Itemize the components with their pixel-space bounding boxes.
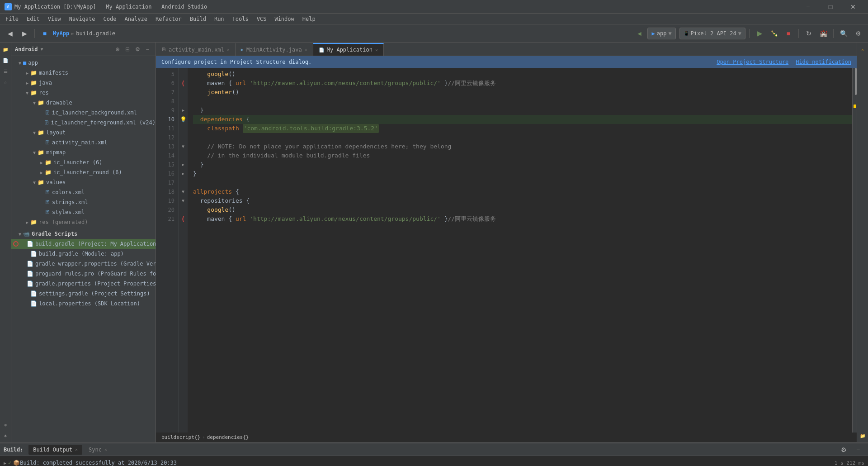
- tree-local-properties[interactable]: ▶ 📄 local.properties (SDK Location): [11, 299, 156, 309]
- tab-mainactivity[interactable]: ▶ MainActivity.java ✕: [236, 43, 313, 56]
- breadcrumb-item-2[interactable]: dependencies{}: [207, 434, 249, 440]
- open-project-structure-link[interactable]: Open Project Structure: [717, 59, 788, 65]
- run-config-dropdown[interactable]: ▶ app ▼: [647, 28, 675, 39]
- file-tree-header-left: Android ▼: [15, 46, 43, 52]
- breadcrumb-item-1[interactable]: buildscript{}: [161, 434, 200, 440]
- menu-code[interactable]: Code: [100, 15, 120, 23]
- menu-view[interactable]: View: [44, 15, 65, 23]
- tab-sync-label: Sync: [89, 447, 102, 453]
- tree-collapse-btn[interactable]: ⊟: [123, 45, 132, 54]
- line-10: 10: [156, 115, 175, 124]
- project-name[interactable]: MyApp: [53, 30, 69, 37]
- right-scrollbar[interactable]: [852, 68, 857, 433]
- tree-styles[interactable]: ▶ 🖹 styles.xml: [11, 207, 156, 217]
- tree-activity-main[interactable]: ▶ 🖹 activity_main.xml: [11, 138, 156, 147]
- maximize-button[interactable]: □: [820, 0, 841, 14]
- tree-ic-launcher-bg[interactable]: ▶ 🖹 ic_launcher_background.xml: [11, 108, 156, 118]
- title-bar: A My Application [D:\MyApp] - My Applica…: [0, 0, 868, 14]
- tab-sync[interactable]: Sync ✕: [84, 445, 112, 455]
- code-content[interactable]: google() maven { url 'http://maven.aliyu…: [188, 68, 852, 433]
- tree-build-gradle-module[interactable]: ▶ 📄 build.gradle (Module: app): [11, 249, 156, 259]
- notifications-icon[interactable]: ⚠: [858, 44, 868, 54]
- tree-drawable[interactable]: ▼ 📁 drawable: [11, 98, 156, 108]
- menu-build[interactable]: Build: [186, 15, 210, 23]
- search-everywhere[interactable]: 🔍: [837, 27, 850, 40]
- nav-back-btn[interactable]: ◄: [633, 27, 646, 40]
- tree-proguard[interactable]: ▶ 📄 proguard-rules.pro (ProGuard Rules f…: [11, 269, 156, 279]
- tree-build-gradle-project[interactable]: ▶ 📄 build.gradle (Project: My Applicatio…: [11, 239, 156, 249]
- tree-colors[interactable]: ▶ 🖹 colors.xml: [11, 187, 156, 197]
- editor-content[interactable]: 5 6 7 8 9 10 11 12 13 14 15 16 17 18 19 …: [156, 68, 857, 433]
- menu-navigate[interactable]: Navigate: [66, 15, 99, 23]
- menu-file[interactable]: File: [2, 15, 22, 23]
- forward-button[interactable]: ▶: [18, 27, 31, 40]
- stop-button[interactable]: ■: [782, 27, 795, 40]
- debug-button[interactable]: 🍾: [768, 27, 780, 40]
- tab-mainactivity-close[interactable]: ✕: [305, 47, 307, 52]
- tree-sync-btn[interactable]: ⊕: [113, 45, 122, 54]
- tree-manifests[interactable]: ▶ 📁 manifests: [11, 68, 156, 78]
- favorites-icon[interactable]: ☆: [0, 77, 10, 87]
- close-button[interactable]: ✕: [843, 0, 863, 14]
- tree-gradle-scripts-section[interactable]: ▼ 📹 Gradle Scripts: [11, 229, 156, 239]
- menu-edit[interactable]: Edit: [23, 15, 43, 23]
- menu-tools[interactable]: Tools: [229, 15, 252, 23]
- tree-res[interactable]: ▼ 📁 res: [11, 88, 156, 98]
- device-dropdown[interactable]: 📱 Pixel 2 API 24 ▼: [679, 28, 745, 39]
- tree-gradle-properties[interactable]: ▶ 📄 gradle.properties (Project Propertie…: [11, 279, 156, 289]
- gutter-6: (: [179, 79, 188, 88]
- hide-notification-link[interactable]: Hide notification: [796, 59, 851, 65]
- tree-java[interactable]: ▶ 📁 java: [11, 78, 156, 88]
- minimize-button[interactable]: −: [797, 0, 818, 14]
- tree-ic-launcher-fg[interactable]: ▶ 🖹 ic_launcher_foreground.xml (v24): [11, 118, 156, 128]
- settings-btn[interactable]: ⚙: [852, 27, 864, 40]
- tree-settings-gradle[interactable]: ▶ 📄 settings.gradle (Project Settings): [11, 289, 156, 299]
- tab-sync-close[interactable]: ✕: [104, 447, 107, 452]
- build-result-item[interactable]: ▶ ✓ 📦 Build: completed successfully at 2…: [4, 458, 864, 466]
- menu-refactor[interactable]: Refactor: [152, 15, 185, 23]
- tab-activity-main[interactable]: 🖹 activity_main.xml ✕: [156, 43, 236, 56]
- tab-build-output-close[interactable]: ✕: [75, 447, 78, 452]
- tree-settings-btn[interactable]: ⚙: [133, 45, 142, 54]
- project-icon[interactable]: ■: [38, 27, 51, 40]
- tree-ic-launcher[interactable]: ▶ 📁 ic_launcher (6): [11, 157, 156, 167]
- project-panel-icon[interactable]: 📁: [0, 44, 10, 54]
- file-tree-header: Android ▼ ⊕ ⊟ ⚙ −: [11, 43, 156, 56]
- device-file-explorer-icon[interactable]: 📁: [858, 431, 868, 441]
- back-button[interactable]: ◀: [4, 27, 16, 40]
- tree-ic-launcher-round[interactable]: ▶ 📁 ic_launcher_round (6): [11, 167, 156, 177]
- tab-activity-main-close[interactable]: ✕: [227, 47, 230, 52]
- tree-app-root[interactable]: ▼ ■ app: [11, 58, 156, 68]
- tree-mipmap[interactable]: ▼ 📁 mipmap: [11, 147, 156, 157]
- bottom-minimize-btn[interactable]: −: [852, 443, 864, 456]
- tree-values[interactable]: ▼ 📁 values: [11, 177, 156, 187]
- tab-my-application-close[interactable]: ✕: [375, 48, 378, 52]
- menu-run[interactable]: Run: [211, 15, 228, 23]
- gradle-btn[interactable]: 🏰: [817, 27, 830, 40]
- tab-build-output[interactable]: Build Output ✕: [28, 445, 82, 455]
- resource-manager-icon[interactable]: 📄: [0, 55, 10, 65]
- code-line-16: }: [193, 169, 852, 178]
- captures-icon[interactable]: ♠: [0, 431, 10, 441]
- tree-res-generated[interactable]: ▶ 📁 res (generated): [11, 217, 156, 227]
- run-button[interactable]: ▶: [753, 27, 766, 40]
- bottom-settings-btn[interactable]: ⚙: [837, 443, 850, 456]
- tree-strings[interactable]: ▶ 🖹 strings.xml: [11, 197, 156, 207]
- bottom-content[interactable]: ▶ ✓ 📦 Build: completed successfully at 2…: [0, 456, 868, 466]
- build-variants-icon[interactable]: ⎈: [0, 420, 10, 430]
- tree-gradle-wrapper[interactable]: ▶ 📄 gradle-wrapper.properties (Gradle Ve…: [11, 259, 156, 269]
- sync-btn[interactable]: ↻: [802, 27, 815, 40]
- tree-close-btn[interactable]: −: [143, 45, 152, 54]
- tree-layout[interactable]: ▼ 📁 layout: [11, 128, 156, 138]
- menu-vcs[interactable]: VCS: [253, 15, 270, 23]
- structure-icon[interactable]: ☰: [0, 66, 10, 76]
- menu-help[interactable]: Help: [299, 15, 319, 23]
- build-label[interactable]: Build:: [4, 447, 23, 453]
- menu-analyze[interactable]: Analyze: [121, 15, 151, 23]
- header-dropdown-arrow[interactable]: ▼: [41, 47, 43, 52]
- file-tree-content[interactable]: ▼ ■ app ▶ 📁 manifests ▶ 📁 java ▼: [11, 56, 156, 442]
- gutter-18: ▼: [179, 187, 188, 196]
- menu-window[interactable]: Window: [271, 15, 297, 23]
- tab-my-application[interactable]: 📄 My Application ✕: [313, 43, 384, 56]
- file-name[interactable]: build.gradle: [76, 30, 115, 37]
